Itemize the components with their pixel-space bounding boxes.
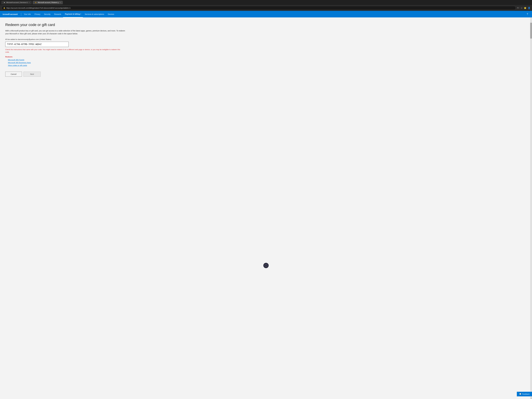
address-bar[interactable]: 🔒 https://account.microsoft.com/billing/… [2, 6, 516, 10]
account-label: It'll be added to daronmoorejr@yahoo.com… [5, 38, 527, 40]
nav-item-services[interactable]: Services & subscriptions [83, 11, 106, 17]
nav-item-security[interactable]: Security [42, 11, 52, 17]
scrollbar-arrow-down-icon[interactable]: ▾ [530, 397, 532, 399]
code-input[interactable] [5, 42, 69, 47]
tab1-label: Microsoft account | Services & [6, 2, 28, 3]
scrollbar-thumb[interactable] [530, 23, 532, 38]
redeem-link-m365-business[interactable]: Microsoft 365 Business Apps [8, 62, 527, 63]
camera-overlay [263, 263, 269, 268]
nav-item-devices[interactable]: Devices [106, 11, 116, 17]
redeem-label: Redeem: [5, 56, 527, 58]
help-icon[interactable]: ? [526, 13, 529, 16]
tab2-label: Microsoft account | Redeem y [38, 2, 59, 3]
profile-icon[interactable]: 👤 [528, 7, 530, 9]
lock-icon: 🔒 [3, 7, 5, 9]
favorites-icon[interactable]: ☆ [521, 7, 522, 9]
payment-chevron-icon: ▾ [80, 13, 81, 15]
collections-icon[interactable]: ⭐ [524, 7, 526, 9]
feedback-icon: 💬 [519, 393, 521, 395]
next-button[interactable]: Next [24, 72, 41, 77]
page-description: With a Microsoft product key or gift car… [5, 29, 127, 35]
camera-lens [265, 264, 267, 267]
nav-item-your-info[interactable]: Your info [22, 11, 33, 17]
browser-tab-1[interactable]: ■ Microsoft account | Services & × [1, 1, 32, 4]
redeem-link-xbox[interactable]: Xbox codes or gift cards [8, 64, 527, 66]
tab1-close[interactable]: × [29, 2, 30, 3]
ms-logo[interactable]: icrosoft account [3, 13, 18, 15]
microsoft-nav: icrosoft account | Your info Privacy Sec… [0, 11, 532, 17]
tab1-favicon: ■ [3, 2, 5, 3]
cancel-button[interactable]: Cancel [5, 72, 22, 77]
code-input-wrapper [5, 42, 69, 47]
nav-divider: | [21, 13, 21, 16]
redeem-links: Microsoft 365 Family Microsoft 365 Busin… [8, 59, 527, 66]
url-text: https://account.microsoft.com/billing/re… [6, 7, 514, 9]
reader-view-icon[interactable]: A↑ [517, 7, 519, 9]
page-title: Redeem your code or gift card [5, 23, 527, 27]
redeem-link-m365-family[interactable]: Microsoft 365 Family [8, 59, 527, 61]
button-row: Cancel Next [5, 72, 527, 77]
feedback-label: Feedback [522, 393, 530, 395]
nav-item-rewards[interactable]: Rewards [52, 11, 63, 17]
error-message: Check the instructions that came with yo… [5, 48, 124, 53]
scrollbar[interactable]: ▾ [530, 17, 532, 399]
main-content: Redeem your code or gift card With a Mic… [0, 17, 532, 399]
browser-actions: A↑ ☆ ⭐ 👤 [517, 7, 530, 9]
browser-chrome: ■ Microsoft account | Services & × ⊞ Mic… [0, 0, 532, 5]
tab2-close[interactable]: × [60, 2, 61, 3]
nav-item-privacy[interactable]: Privacy [33, 11, 42, 17]
nav-item-payment[interactable]: Payment & billing ▾ [63, 11, 83, 17]
browser-toolbar: 🔒 https://account.microsoft.com/billing/… [0, 5, 532, 11]
feedback-button[interactable]: 💬 Feedback [517, 392, 532, 396]
tab2-favicon: ⊞ [35, 2, 37, 3]
browser-tab-2[interactable]: ⊞ Microsoft account | Redeem y × [33, 1, 63, 4]
